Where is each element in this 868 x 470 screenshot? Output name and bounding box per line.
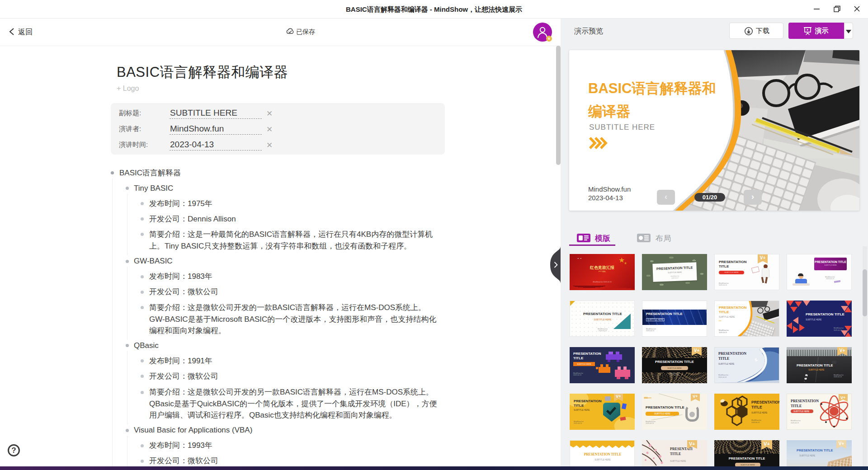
svg-text:MindShow.fun: MindShow.fun bbox=[791, 420, 801, 422]
svg-text:SUBTITLE HERE: SUBTITLE HERE bbox=[793, 410, 809, 413]
svg-text:TITLE: TITLE bbox=[718, 357, 729, 361]
svg-text:PRESENTATION: PRESENTATION bbox=[791, 399, 819, 403]
svg-text:MindShow.fun: MindShow.fun bbox=[751, 419, 761, 421]
svg-text:PRESENTATION: PRESENTATION bbox=[718, 352, 746, 356]
svg-text:2023-04-13: 2023-04-13 bbox=[791, 422, 799, 424]
svg-text:PRESENTATION: PRESENTATION bbox=[751, 400, 779, 404]
svg-text:MindShow.fun: MindShow.fun bbox=[588, 185, 631, 193]
svg-text:SUBTITLE HERE: SUBTITLE HERE bbox=[670, 460, 686, 462]
svg-text:PRESENTATION TITLE: PRESENTATION TITLE bbox=[806, 312, 845, 316]
svg-text:MindShow.fun: MindShow.fun bbox=[719, 329, 729, 331]
svg-text:BASIC语言解释器和: BASIC语言解释器和 bbox=[588, 80, 716, 96]
svg-text:V+: V+ bbox=[689, 441, 695, 446]
svg-text:MindShow.fun: MindShow.fun bbox=[718, 374, 728, 376]
svg-text:V+: V+ bbox=[840, 395, 845, 400]
svg-text:TITLE: TITLE bbox=[719, 310, 729, 314]
svg-text:SUBTITLE HERE: SUBTITLE HERE bbox=[718, 363, 734, 365]
svg-text:»»: »» bbox=[719, 319, 722, 322]
svg-text:SUBTITLE HERE: SUBTITLE HERE bbox=[719, 316, 735, 318]
svg-text:SUBTITLE HERE: SUBTITLE HERE bbox=[751, 412, 767, 414]
svg-text:2023-04-13: 2023-04-13 bbox=[718, 376, 726, 378]
svg-text:SUBTITLE HERE: SUBTITLE HERE bbox=[589, 123, 655, 132]
svg-text:编译器: 编译器 bbox=[588, 103, 630, 119]
svg-text:MindShow.fun: MindShow.fun bbox=[834, 327, 844, 329]
svg-text:2023-04-13: 2023-04-13 bbox=[834, 329, 842, 331]
svg-text:PRESENTATION: PRESENTATION bbox=[719, 306, 747, 310]
svg-text:TITLE: TITLE bbox=[670, 452, 681, 456]
svg-text:SUBTITLE HERE: SUBTITLE HERE bbox=[806, 319, 821, 321]
svg-text:TITLE: TITLE bbox=[751, 405, 762, 409]
svg-text:2023-04-13: 2023-04-13 bbox=[719, 332, 727, 334]
svg-text:TITLE: TITLE bbox=[791, 404, 802, 408]
svg-text:2023-04-13: 2023-04-13 bbox=[751, 422, 760, 423]
svg-text:2023-04-13: 2023-04-13 bbox=[588, 194, 623, 202]
